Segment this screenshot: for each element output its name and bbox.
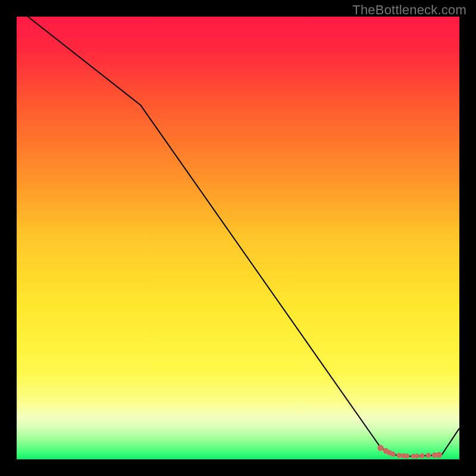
data-marker bbox=[426, 453, 431, 458]
data-marker bbox=[419, 453, 424, 458]
chart-frame: { "watermark": "TheBottleneck.com", "cha… bbox=[0, 0, 476, 476]
data-marker bbox=[396, 453, 402, 458]
data-marker bbox=[377, 445, 383, 451]
data-marker bbox=[414, 453, 419, 458]
gradient-background bbox=[17, 17, 459, 459]
watermark-text: TheBottleneck.com bbox=[352, 2, 466, 18]
data-marker bbox=[390, 452, 396, 457]
data-marker bbox=[436, 452, 442, 458]
bottleneck-chart bbox=[0, 0, 476, 476]
data-marker bbox=[405, 453, 409, 458]
